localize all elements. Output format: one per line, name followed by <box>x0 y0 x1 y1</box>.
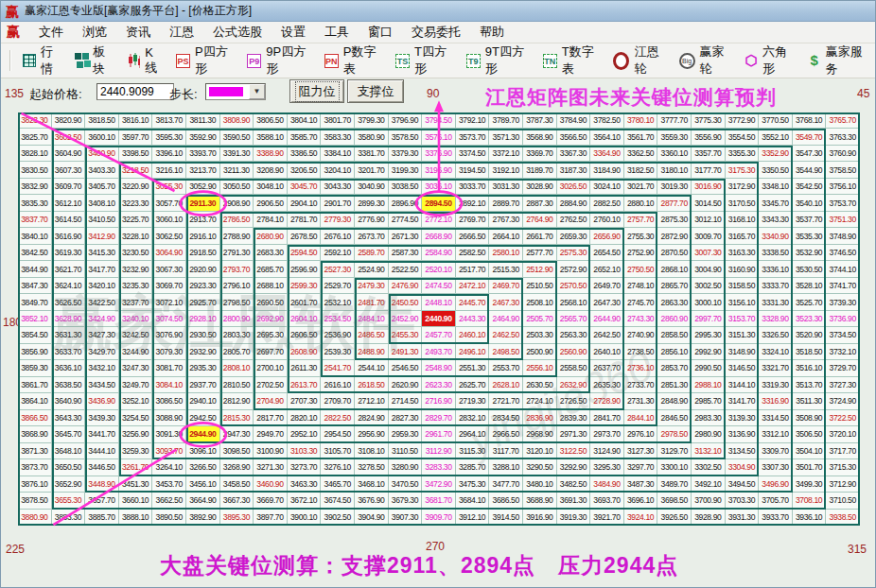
grid-cell: 3499.30 <box>793 476 827 493</box>
grid-cell: 3345.70 <box>759 195 793 211</box>
grid-cell: 3384.10 <box>321 146 355 162</box>
grid-cell: 2740.90 <box>624 327 658 343</box>
grid-cell: 2829.70 <box>422 410 456 426</box>
toolbar-sectors[interactable]: 板块 <box>68 40 120 81</box>
toolbar-label: 六角形 <box>762 43 795 78</box>
grid-cell: 2848.90 <box>657 393 692 409</box>
toolbar-quotes[interactable]: 行情 <box>16 40 68 81</box>
grid-cell: 3789.70 <box>489 112 523 129</box>
toolbar-t-square[interactable]: TS T四方形 <box>389 40 460 81</box>
grid-cell: 3156.10 <box>726 294 760 310</box>
toolbar-gann-wheel[interactable]: 江恩轮 <box>606 40 672 81</box>
grid-cell: 2841.70 <box>590 410 624 426</box>
grid-cell: 3182.50 <box>624 162 658 178</box>
angle-label-225: 225 <box>6 543 25 556</box>
grid-cell: 3057.70 <box>152 195 186 211</box>
grid-cell: 3360.10 <box>657 146 692 162</box>
grid-cell: 2834.50 <box>489 410 523 426</box>
grid-cell: 2640.10 <box>590 344 624 360</box>
grid-cell: 3890.50 <box>152 510 186 526</box>
toolbar-p-number-table[interactable]: PN P数字表 <box>318 40 389 81</box>
grid-cell: 2601.70 <box>288 294 322 310</box>
grid-cell: 2995.30 <box>692 327 726 343</box>
grid-cell: 3276.10 <box>321 459 355 476</box>
grid-cell: 3103.30 <box>288 443 322 459</box>
grid-cell: 3559.30 <box>657 129 692 145</box>
support-button[interactable]: 支撑位 <box>347 79 404 103</box>
toolbar-winner-service[interactable]: $ 赢家服务 <box>801 40 875 81</box>
grid-cell: 3132.10 <box>692 443 726 459</box>
grid-cell: 2546.50 <box>389 360 423 376</box>
toolbar-winner-wheel[interactable]: Big 赢家轮 <box>673 40 738 81</box>
grid-cell: 2709.70 <box>321 393 355 409</box>
grid-cell: 3264.10 <box>152 459 186 476</box>
grid-cell: 3252.10 <box>119 393 153 409</box>
resistance-button[interactable]: 阻力位 <box>289 79 344 103</box>
grid-cell: 3638.50 <box>52 377 86 393</box>
grid-cell: 3115.30 <box>456 443 490 459</box>
toolbar-9t-square[interactable]: T9 9T四方形 <box>460 40 536 81</box>
grid-cell: 3715.30 <box>826 459 860 476</box>
grid-cell: 2872.90 <box>657 228 692 244</box>
grid-cell: 2817.70 <box>254 410 288 426</box>
toolbar-kline[interactable]: K线 <box>121 42 170 80</box>
grid-cell: 2676.10 <box>321 228 355 244</box>
grid-cell: 3645.70 <box>52 426 86 442</box>
p-number-table-icon: PN <box>324 54 339 68</box>
grid-cell: 2683.30 <box>254 245 288 261</box>
grid-cell: 3417.70 <box>85 261 119 277</box>
grid-cell: 2908.90 <box>220 195 254 211</box>
grid-cell: 2685.70 <box>254 261 288 277</box>
grid-cell: 2978.50 <box>657 426 692 442</box>
menu-news[interactable]: 资讯 <box>116 21 160 43</box>
grid-cell: 3501.70 <box>793 459 827 476</box>
grid-cell: 3751.30 <box>826 212 860 228</box>
grid-cell: 3787.30 <box>523 112 557 129</box>
grid-cell: 3043.30 <box>321 179 355 195</box>
grid-cell: 2952.10 <box>288 426 322 442</box>
grid-cell: 3324.10 <box>759 344 793 360</box>
grid-cell: 2738.50 <box>624 344 658 360</box>
step-combobox[interactable]: ▼ <box>205 83 266 100</box>
chevron-down-icon[interactable]: ▼ <box>249 84 265 99</box>
grid-cell: 2904.10 <box>288 195 322 211</box>
grid-cell: 2916.10 <box>186 228 220 244</box>
grid-cell: 3067.30 <box>152 261 186 277</box>
grid-cell: 2690.50 <box>254 294 288 310</box>
grid-cell: 3129.70 <box>657 443 692 459</box>
grid-cell: 2508.10 <box>523 294 557 310</box>
kline-candles-icon <box>128 53 141 68</box>
grid-cell: 3427.30 <box>85 327 119 343</box>
grid-cell: 3722.50 <box>826 410 860 426</box>
grid-cell: 2786.50 <box>220 212 254 228</box>
start-price-input[interactable] <box>96 83 174 100</box>
grid-cell: 3561.70 <box>624 129 658 145</box>
grid-cell: 3578.50 <box>389 129 423 145</box>
grid-cell: 3012.10 <box>692 212 726 228</box>
grid-cell: 3900.10 <box>288 510 322 526</box>
toolbar-t-number-table[interactable]: TN T数字表 <box>536 40 607 81</box>
grid-cell: 2767.30 <box>489 212 523 228</box>
grid-cell: 2668.90 <box>422 228 456 244</box>
grid-cell: 3732.10 <box>826 344 860 360</box>
grid-cell: 2887.30 <box>523 195 557 211</box>
grid-cell: 2695.30 <box>254 327 288 343</box>
grid-cell: 2522.50 <box>389 261 423 277</box>
grid-cell: 3242.50 <box>119 327 153 343</box>
angle-label-90: 90 <box>427 87 439 100</box>
grid-cell: 2616.10 <box>321 377 355 393</box>
grid-cell: 2935.30 <box>186 360 220 376</box>
toolbar-9p-square[interactable]: P9 9P四方形 <box>240 40 318 81</box>
grid-cell: 3009.70 <box>692 228 726 244</box>
toolbar-hexagon[interactable]: ⬡ 六角形 <box>738 40 801 81</box>
grid-cell: 3686.50 <box>489 493 523 509</box>
grid-cell: 2467.30 <box>489 294 523 310</box>
grid-cell: 2956.90 <box>355 426 389 442</box>
grid-cell: 2608.90 <box>288 344 322 360</box>
grid-cell: 3208.90 <box>254 162 288 178</box>
grid-cell: 3213.70 <box>186 162 220 178</box>
grid-cell: 2968.90 <box>523 426 557 442</box>
grid-cell: 3768.10 <box>793 112 827 129</box>
toolbar-p-square[interactable]: PS P四方形 <box>169 40 240 81</box>
grid-cell: 2882.50 <box>590 195 624 211</box>
